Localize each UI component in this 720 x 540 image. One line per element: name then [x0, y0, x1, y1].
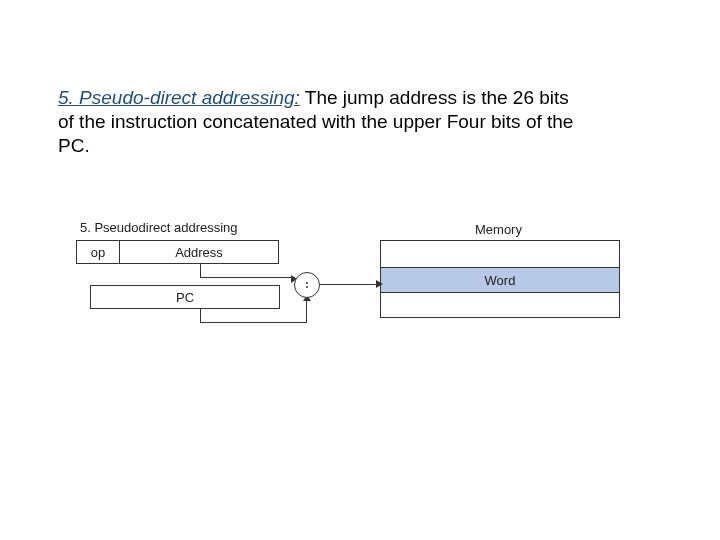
connector-line — [200, 322, 307, 323]
memory-label: Memory — [475, 222, 522, 237]
connector-line — [200, 264, 201, 278]
addressing-diagram: 5. Pseudodirect addressing op Address PC… — [70, 220, 630, 360]
connector-line — [200, 277, 295, 278]
arrowhead-icon — [376, 280, 383, 288]
op-box: op — [76, 240, 120, 264]
concat-node-icon — [294, 272, 320, 298]
connector-line — [306, 298, 307, 323]
diagram-title: 5. Pseudodirect addressing — [80, 220, 238, 235]
connector-line — [200, 309, 201, 323]
connector-line — [320, 284, 380, 285]
description-paragraph: 5. Pseudo-direct addressing: The jump ad… — [58, 86, 578, 157]
address-box: Address — [119, 240, 279, 264]
heading-text: 5. Pseudo-direct addressing: — [58, 87, 300, 108]
memory-word: Word — [381, 267, 619, 293]
pc-box: PC — [90, 285, 280, 309]
memory-box: Word — [380, 240, 620, 318]
